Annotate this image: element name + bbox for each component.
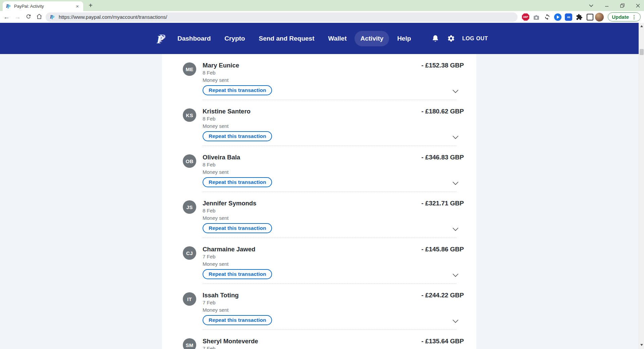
repeat-transaction-button[interactable]: Repeat this transaction bbox=[203, 85, 272, 95]
sync-icon[interactable] bbox=[543, 13, 551, 21]
avatar: JS bbox=[183, 200, 196, 214]
avatar: ME bbox=[183, 62, 196, 76]
navigate-circle-icon[interactable] bbox=[554, 13, 561, 21]
transaction-amount: - £145.86 GBP bbox=[421, 246, 464, 253]
nav-item-activity[interactable]: Activity bbox=[355, 31, 389, 46]
nav-item-help[interactable]: Help bbox=[397, 35, 411, 42]
transaction-amount: - £244.22 GBP bbox=[421, 292, 464, 299]
avatar: SM bbox=[183, 338, 196, 349]
repeat-transaction-button[interactable]: Repeat this transaction bbox=[203, 177, 272, 187]
avatar: IT bbox=[183, 292, 196, 306]
browser-tab[interactable]: PP PayPal: Activity × bbox=[3, 1, 83, 11]
nav-item-crypto[interactable]: Crypto bbox=[224, 35, 245, 42]
camera-icon[interactable] bbox=[533, 13, 540, 21]
transaction-amount: - £152.38 GBP bbox=[421, 62, 464, 69]
repeat-transaction-button[interactable]: Repeat this transaction bbox=[203, 131, 272, 141]
transaction-date: 8 Feb bbox=[203, 207, 476, 214]
row-divider bbox=[203, 238, 457, 238]
tab-strip: PP PayPal: Activity × + bbox=[0, 0, 644, 11]
browser-profile-avatar[interactable] bbox=[595, 13, 604, 21]
transaction-list: ME Mary Eunice 8 Feb Money sent Repeat t… bbox=[162, 54, 476, 349]
transaction-amount: - £346.83 GBP bbox=[421, 154, 464, 161]
back-icon[interactable]: ← bbox=[3, 14, 10, 20]
new-tab-button[interactable]: + bbox=[87, 2, 95, 10]
scrollbar-thumb[interactable] bbox=[640, 49, 644, 55]
transaction-date: 7 Feb bbox=[203, 345, 476, 349]
url-bar[interactable]: PP https://www.paypal.com/myaccount/tran… bbox=[46, 12, 518, 22]
update-label: Update bbox=[612, 14, 629, 20]
transaction-type: Money sent bbox=[203, 215, 476, 221]
navigation-buttons: ← → bbox=[3, 13, 42, 21]
restore-window-icon[interactable] bbox=[620, 3, 625, 8]
notifications-bell-icon[interactable] bbox=[432, 35, 439, 43]
browser-menu-icon[interactable]: ⋮ bbox=[632, 14, 637, 20]
close-window-icon[interactable] bbox=[636, 4, 640, 8]
row-divider bbox=[203, 192, 457, 192]
transaction-row: KS Kristine Santero 8 Feb Money sent Rep… bbox=[162, 108, 476, 154]
navbar-right: LOG OUT bbox=[432, 35, 488, 43]
page-background: ME Mary Eunice 8 Feb Money sent Repeat t… bbox=[0, 54, 639, 349]
settings-gear-icon[interactable] bbox=[447, 35, 454, 42]
expand-chevron-icon[interactable] bbox=[452, 272, 459, 279]
nav-links: Dashboard Crypto Send and Request Wallet… bbox=[177, 31, 425, 46]
link-square-icon[interactable]: ∞ bbox=[565, 13, 572, 21]
transaction-type: Money sent bbox=[203, 261, 476, 267]
paypal-favicon-icon: PP bbox=[6, 4, 11, 9]
transaction-row: IT Issah Toting 7 Feb Money sent Repeat … bbox=[162, 292, 476, 338]
url-text[interactable]: https://www.paypal.com/myaccount/transac… bbox=[59, 14, 167, 20]
forward-icon: → bbox=[14, 14, 21, 20]
row-divider bbox=[203, 100, 457, 100]
window-controls bbox=[589, 0, 640, 11]
tab-title: PayPal: Activity bbox=[14, 4, 75, 9]
scroll-down-icon[interactable] bbox=[639, 343, 644, 347]
row-divider bbox=[203, 146, 457, 146]
transaction-row: OB Oliveira Bala 8 Feb Money sent Repeat… bbox=[162, 154, 476, 200]
repeat-transaction-button[interactable]: Repeat this transaction bbox=[203, 315, 272, 325]
avatar: OB bbox=[183, 154, 196, 168]
nav-item-wallet[interactable]: Wallet bbox=[328, 35, 346, 42]
adblock-plus-icon[interactable]: ABP bbox=[522, 13, 529, 21]
avatar: CJ bbox=[183, 246, 196, 260]
activity-content-column: ME Mary Eunice 8 Feb Money sent Repeat t… bbox=[162, 54, 476, 349]
tab-close-icon[interactable]: × bbox=[75, 3, 80, 9]
nav-item-dashboard[interactable]: Dashboard bbox=[177, 35, 211, 42]
transaction-row: ME Mary Eunice 8 Feb Money sent Repeat t… bbox=[162, 62, 476, 108]
paypal-navbar: PP Dashboard Crypto Send and Request Wal… bbox=[0, 23, 639, 54]
extensions-row: ABP ∞ bbox=[522, 13, 594, 21]
repeat-transaction-button[interactable]: Repeat this transaction bbox=[203, 223, 272, 233]
browser-window: PP PayPal: Activity × + ← bbox=[0, 0, 644, 349]
log-out-button[interactable]: LOG OUT bbox=[462, 36, 488, 42]
tab-search-chevron-icon[interactable] bbox=[589, 4, 593, 7]
home-icon[interactable] bbox=[36, 13, 42, 21]
avatar: KS bbox=[183, 108, 196, 122]
expand-chevron-icon[interactable] bbox=[452, 318, 459, 325]
transaction-type: Money sent bbox=[203, 77, 476, 83]
chrome-update-button[interactable]: Update ⋮ bbox=[608, 12, 641, 21]
expand-chevron-icon[interactable] bbox=[452, 181, 459, 187]
transaction-date: 8 Feb bbox=[203, 115, 476, 122]
contrast-toggle-icon[interactable] bbox=[586, 13, 594, 21]
transaction-amount: - £180.62 GBP bbox=[421, 108, 464, 115]
transaction-amount: - £321.71 GBP bbox=[421, 200, 464, 207]
minimize-icon[interactable] bbox=[605, 4, 609, 8]
scroll-up-icon[interactable] bbox=[639, 24, 644, 29]
browser-toolbar: ← → PP https://www.paypal.com/myaccount/… bbox=[0, 11, 644, 23]
transaction-amount: - £135.64 GBP bbox=[421, 338, 464, 345]
transaction-row: JS Jennifer Symonds 8 Feb Money sent Rep… bbox=[162, 200, 476, 246]
expand-chevron-icon[interactable] bbox=[452, 89, 459, 95]
page-scrollbar[interactable] bbox=[639, 23, 644, 349]
expand-chevron-icon[interactable] bbox=[452, 135, 459, 141]
paypal-logo-icon[interactable]: PP bbox=[156, 31, 166, 46]
reload-icon[interactable] bbox=[25, 13, 32, 21]
repeat-transaction-button[interactable]: Repeat this transaction bbox=[203, 269, 272, 279]
row-divider bbox=[203, 330, 457, 330]
row-divider bbox=[203, 284, 457, 284]
transaction-type: Money sent bbox=[203, 169, 476, 175]
transaction-row: CJ Charmaine Jawed 7 Feb Money sent Repe… bbox=[162, 246, 476, 292]
expand-chevron-icon[interactable] bbox=[452, 227, 459, 233]
transaction-type: Money sent bbox=[203, 307, 476, 313]
nav-item-send-and-request[interactable]: Send and Request bbox=[259, 35, 314, 42]
extensions-puzzle-icon[interactable] bbox=[576, 13, 583, 21]
url-favicon-icon: PP bbox=[50, 14, 55, 20]
transaction-date: 8 Feb bbox=[203, 69, 476, 76]
